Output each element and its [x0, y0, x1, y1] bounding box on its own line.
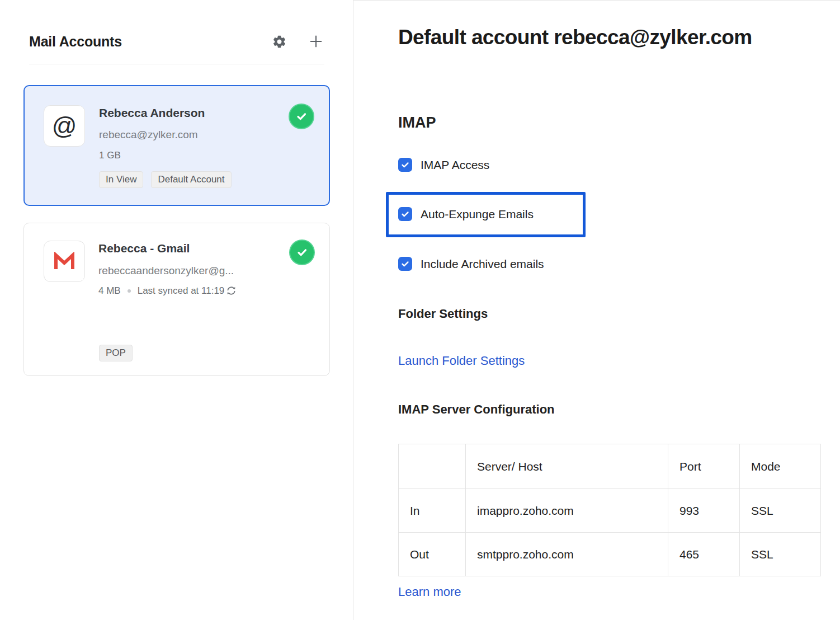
header-server-host: Server/ Host — [466, 444, 668, 489]
account-badges: In View Default Account — [99, 171, 232, 188]
include-archived-label: Include Archived emails — [421, 257, 544, 271]
gmail-icon — [53, 252, 75, 271]
header-mode: Mode — [740, 444, 821, 489]
cell-mode: SSL — [740, 489, 821, 533]
check-icon — [295, 246, 309, 259]
table-row-outgoing: Out smtppro.zoho.com 465 SSL — [399, 533, 821, 576]
folder-settings-heading: Folder Settings — [398, 307, 488, 321]
default-account-badge: Default Account — [151, 171, 231, 188]
account-active-toggle[interactable] — [289, 104, 314, 129]
settings-button[interactable] — [271, 33, 287, 50]
auto-expunge-row[interactable]: Auto-Expunge Emails — [398, 207, 534, 221]
header-empty — [399, 444, 466, 489]
header-port: Port — [668, 444, 740, 489]
account-card-rebecca-gmail[interactable]: Rebecca - Gmail rebeccaandersonzylker@g.… — [23, 223, 330, 376]
cell-mode: SSL — [740, 533, 821, 576]
cell-port: 993 — [668, 489, 740, 533]
cell-server: smtppro.zoho.com — [466, 533, 668, 576]
account-storage: 4 MB — [98, 285, 121, 297]
account-active-toggle[interactable] — [289, 239, 315, 265]
account-avatar — [44, 241, 85, 282]
sidebar-divider — [29, 64, 324, 64]
checkbox-checked-icon[interactable] — [398, 158, 412, 172]
in-view-badge: In View — [99, 171, 143, 188]
table-row-incoming: In imappro.zoho.com 993 SSL — [399, 489, 821, 533]
sync-refresh-icon[interactable] — [225, 285, 237, 297]
account-name: Rebecca Anderson — [99, 106, 205, 120]
server-config-table: Server/ Host Port Mode In imappro.zoho.c… — [398, 444, 821, 576]
mail-settings-page: { "sidebar": { "title": "Mail Accounts",… — [0, 0, 840, 620]
account-synced: Last synced at 11:19 — [138, 285, 225, 297]
pop-badge: POP — [99, 345, 133, 361]
cell-direction: In — [399, 489, 466, 533]
imap-access-label: IMAP Access — [421, 158, 489, 172]
account-email: rebeccaandersonzylker@g... — [98, 265, 234, 277]
account-avatar: @ — [44, 105, 85, 147]
cell-server: imappro.zoho.com — [466, 489, 668, 533]
account-name: Rebecca - Gmail — [98, 242, 190, 255]
dot-separator — [128, 289, 131, 293]
account-card-rebecca-zylker[interactable]: @ Rebecca Anderson rebecca@zylker.com 1 … — [23, 85, 330, 206]
plus-icon — [308, 34, 324, 49]
account-badges: POP — [99, 345, 133, 361]
cell-port: 465 — [668, 533, 740, 576]
table-header-row: Server/ Host Port Mode — [399, 444, 821, 489]
sidebar-title: Mail Accounts — [29, 34, 271, 50]
account-meta: 4 MB Last synced at 11:19 — [98, 285, 237, 297]
check-icon — [295, 110, 308, 123]
checkbox-checked-icon[interactable] — [398, 207, 412, 221]
learn-more-link[interactable]: Learn more — [398, 585, 461, 599]
account-storage: 1 GB — [99, 150, 121, 161]
auto-expunge-label: Auto-Expunge Emails — [421, 208, 534, 221]
checkbox-checked-icon[interactable] — [398, 257, 412, 271]
cell-direction: Out — [399, 533, 466, 576]
imap-section-heading: IMAP — [398, 114, 436, 131]
imap-server-config-heading: IMAP Server Configuration — [398, 402, 555, 417]
mail-accounts-sidebar: Mail Accounts @ Rebecca Anderson rebecca… — [0, 0, 353, 620]
gear-icon — [272, 34, 287, 49]
launch-folder-settings-link[interactable]: Launch Folder Settings — [398, 354, 525, 368]
account-email: rebecca@zylker.com — [99, 129, 198, 141]
account-settings-panel: Default account rebecca@zylker.com IMAP … — [353, 0, 840, 620]
add-account-button[interactable] — [308, 33, 324, 50]
sidebar-header: Mail Accounts — [29, 31, 324, 51]
at-icon: @ — [52, 114, 77, 138]
page-title: Default account rebecca@zylker.com — [398, 26, 752, 49]
include-archived-row[interactable]: Include Archived emails — [398, 257, 544, 271]
imap-access-row[interactable]: IMAP Access — [398, 158, 489, 172]
